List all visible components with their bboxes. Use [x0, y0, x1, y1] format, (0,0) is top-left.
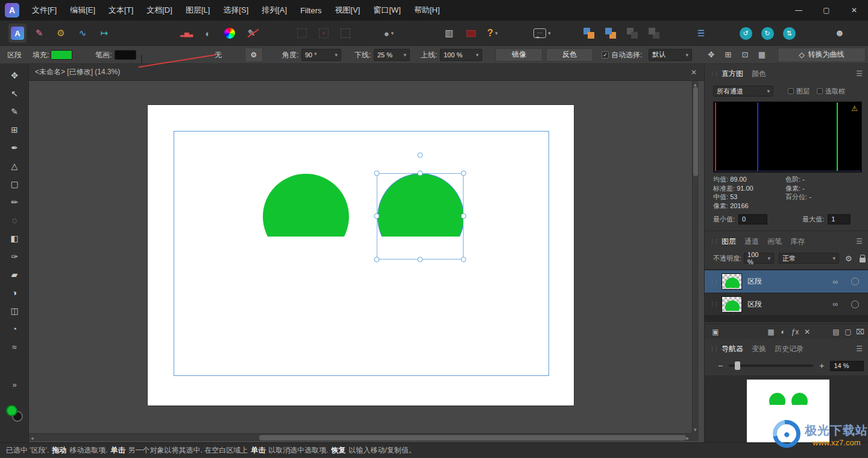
- panel-grip-icon[interactable]: ⋮⋮: [709, 346, 718, 352]
- histogram-toggle-button[interactable]: ▂▅▃: [177, 24, 195, 43]
- delete-layer-icon[interactable]: ⌧: [854, 328, 866, 336]
- layer-row-selected[interactable]: ⋮⋮ 区段 ∞: [705, 270, 868, 293]
- stroke-settings-button[interactable]: ⚙: [245, 48, 263, 62]
- selection-handle-top-left[interactable]: [374, 171, 380, 176]
- develop-persona-button[interactable]: ⚙: [52, 24, 70, 43]
- contrast-toggle-button[interactable]: ◐: [199, 24, 217, 43]
- menu-arrange[interactable]: 排列[A]: [255, 0, 294, 21]
- panel-menu-icon[interactable]: ☰: [856, 237, 863, 246]
- fill-color-swatch[interactable]: [51, 50, 72, 60]
- lock-icon[interactable]: [860, 258, 866, 262]
- vertical-scroll-thumb[interactable]: [693, 87, 698, 176]
- menu-help[interactable]: 帮助[H]: [407, 0, 447, 21]
- layer-thumbnail[interactable]: [722, 296, 742, 313]
- transform-origin-button[interactable]: ✥: [704, 48, 719, 62]
- warning-icon[interactable]: ⚠: [851, 104, 858, 113]
- stroke-width-preview[interactable]: [141, 54, 142, 64]
- convert-to-curves-button[interactable]: ◇转换为曲线: [778, 48, 866, 62]
- insert-inside-button[interactable]: ⇅: [780, 24, 798, 43]
- view-columns-button[interactable]: ▥: [440, 24, 458, 43]
- close-button[interactable]: ✕: [840, 0, 868, 21]
- blur-tool[interactable]: ◔: [0, 320, 29, 338]
- lower-line-dropdown[interactable]: 25 %▾: [374, 49, 410, 61]
- mask-layer-icon[interactable]: ▦: [765, 328, 777, 336]
- document-close-icon[interactable]: ✕: [691, 68, 697, 77]
- vertical-scrollbar[interactable]: ▴ ▾: [692, 81, 699, 433]
- tab-channels[interactable]: 通道: [744, 237, 759, 247]
- crop-tool[interactable]: ⊞: [0, 121, 29, 139]
- liquify-persona-button[interactable]: ✎: [30, 24, 48, 43]
- layer-name[interactable]: 区段: [747, 276, 762, 287]
- move-tool[interactable]: ↖: [0, 84, 29, 103]
- hide-selection-button[interactable]: ⊡: [738, 48, 752, 62]
- selection-handle-middle-left[interactable]: [374, 214, 380, 219]
- panel-menu-icon[interactable]: ☰: [856, 345, 863, 353]
- smudge-tool[interactable]: ≈: [0, 338, 29, 356]
- brush-toggle-button[interactable]: ✎: [242, 24, 260, 43]
- lasso-tool[interactable]: ◌: [0, 211, 29, 229]
- snap-option-1-button[interactable]: [293, 24, 311, 43]
- tab-histogram[interactable]: 直方图: [722, 69, 743, 79]
- flood-fill-tool[interactable]: ◧: [0, 229, 29, 247]
- invert-button[interactable]: 反色: [546, 48, 593, 62]
- crop-clip-icon[interactable]: ✕: [801, 328, 813, 336]
- panel-grip-icon[interactable]: ⋮⋮: [709, 71, 718, 77]
- layer-row[interactable]: ⋮⋮ 区段 ∞: [705, 293, 868, 315]
- color-wheel-button[interactable]: [221, 24, 239, 43]
- upper-line-dropdown[interactable]: 100 %▾: [440, 49, 482, 61]
- arrange-backward-button[interactable]: [623, 24, 641, 43]
- layer-thumbnail[interactable]: [722, 273, 742, 290]
- tone-mapping-persona-button[interactable]: ∿: [74, 24, 92, 43]
- menu-layer[interactable]: 图层[L]: [179, 0, 216, 21]
- snap-option-2-button[interactable]: ✕: [315, 24, 333, 43]
- group-folder-icon[interactable]: ▤: [830, 328, 842, 336]
- layer-name[interactable]: 区段: [747, 299, 762, 310]
- link-icon[interactable]: ∞: [832, 300, 838, 308]
- zoom-slider[interactable]: [729, 364, 813, 367]
- menu-edit[interactable]: 编辑[E]: [63, 0, 102, 21]
- account-button[interactable]: ☻: [831, 24, 849, 43]
- menu-document[interactable]: 文档[D]: [140, 0, 179, 21]
- selection-handle-middle-right[interactable]: [461, 214, 467, 219]
- shape-style-button[interactable]: ●▾: [380, 24, 398, 43]
- maximize-button[interactable]: ▢: [813, 0, 840, 21]
- menu-view[interactable]: 视图[V]: [329, 0, 367, 21]
- drag-handle-icon[interactable]: ⋮⋮: [709, 279, 718, 285]
- menu-window[interactable]: 窗口[W]: [366, 0, 407, 21]
- marquee-checkbox[interactable]: [817, 88, 823, 94]
- opacity-dropdown[interactable]: 100 %▾: [744, 253, 774, 264]
- color-format-button[interactable]: [462, 24, 480, 43]
- panel-grip-icon[interactable]: ⋮⋮: [709, 238, 718, 244]
- tab-navigator[interactable]: 导航器: [722, 344, 743, 354]
- zoom-out-button[interactable]: −: [718, 361, 723, 371]
- adjustment-layer-icon[interactable]: ◐: [777, 328, 789, 336]
- scroll-right-icon[interactable]: ▸: [686, 435, 689, 441]
- zoom-in-button[interactable]: +: [819, 361, 824, 371]
- minimize-button[interactable]: —: [785, 0, 813, 21]
- photo-persona-button[interactable]: A: [8, 24, 27, 43]
- selection-bounding-box[interactable]: [377, 173, 464, 259]
- channels-dropdown[interactable]: 所有通道▾: [713, 86, 773, 97]
- erase-tool[interactable]: ▰: [0, 266, 29, 284]
- menu-select[interactable]: 选择[S]: [216, 0, 255, 21]
- min-value-input[interactable]: 0: [738, 214, 767, 224]
- rotation-handle[interactable]: [418, 153, 423, 158]
- document-tab-title[interactable]: <未命名> [已修改] (14.3%): [35, 67, 120, 77]
- snapping-button[interactable]: ▦: [755, 48, 769, 62]
- arrange-forward-button[interactable]: [602, 24, 620, 43]
- node-tool[interactable]: △: [0, 157, 29, 175]
- selection-handle-top-right[interactable]: [461, 171, 467, 176]
- marquee-tool[interactable]: ▢: [0, 175, 29, 193]
- scroll-down-icon[interactable]: ▾: [694, 427, 697, 433]
- comment-button[interactable]: ···▾: [532, 24, 553, 43]
- mirror-button[interactable]: 镜像: [495, 48, 542, 62]
- segment-shape-left[interactable]: [263, 174, 349, 237]
- tab-stock[interactable]: 库存: [790, 237, 805, 247]
- angle-dropdown[interactable]: 90 °▾: [301, 49, 341, 61]
- menu-file[interactable]: 文件[F]: [25, 0, 63, 21]
- color-picker-tool[interactable]: ✎: [0, 103, 29, 121]
- new-layer-icon[interactable]: ▢: [842, 328, 854, 336]
- visibility-toggle[interactable]: [851, 278, 859, 285]
- blend-mode-dropdown[interactable]: 正常▾: [779, 253, 839, 264]
- histogram-chart[interactable]: ⚠: [713, 101, 862, 173]
